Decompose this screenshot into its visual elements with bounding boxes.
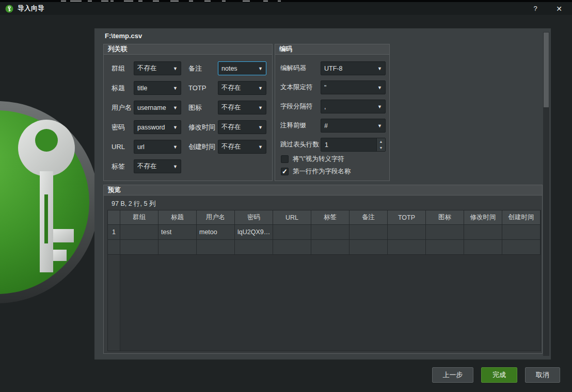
row-number-cell (108, 240, 120, 255)
column-header[interactable]: 创建时间 (502, 210, 541, 225)
checkbox-backslash-escape[interactable]: ✓ 将"\"视为转义字符 (281, 155, 344, 164)
preview-table-header-row: 群组标题用户名密码URL标签备注TOTP图标修改时间创建时间 (108, 210, 541, 225)
column-header[interactable]: 密码 (235, 210, 273, 225)
row-header-strip (108, 255, 120, 351)
combo-value: 不存在 (137, 162, 157, 171)
table-cell[interactable] (502, 240, 541, 255)
column-header[interactable]: 标题 (158, 210, 197, 225)
table-cell[interactable] (426, 225, 464, 240)
table-cell[interactable] (120, 240, 158, 255)
column-header[interactable]: 标签 (311, 210, 349, 225)
field-label: 编解码器 (280, 61, 306, 75)
table-cell[interactable] (273, 240, 311, 255)
checkbox-box[interactable]: ✓ (281, 168, 289, 175)
combo-modified-time[interactable]: 不存在 ▼ (218, 120, 266, 134)
scrollbar-thumb[interactable] (544, 32, 549, 107)
table-cell[interactable] (464, 225, 502, 240)
cancel-button[interactable]: 取消 (525, 367, 560, 383)
chevron-down-icon: ▼ (173, 105, 178, 110)
table-cell[interactable] (311, 240, 349, 255)
chevron-down-icon: ▼ (377, 104, 382, 109)
table-cell[interactable] (349, 240, 388, 255)
chevron-down-icon: ▼ (173, 144, 178, 150)
combo-field-separator[interactable]: , ▼ (321, 100, 386, 113)
chevron-down-icon: ▼ (173, 125, 178, 130)
table-cell[interactable] (197, 240, 235, 255)
combo-title[interactable]: title ▼ (134, 81, 181, 95)
checkbox-label: 将"\"视为转义字符 (293, 155, 344, 164)
table-cell[interactable] (388, 225, 426, 240)
chevron-down-icon: ▼ (173, 164, 178, 169)
spin-up-icon[interactable]: ▲ (377, 138, 385, 145)
finish-button[interactable]: 完成 (481, 367, 517, 383)
combo-comment-prefix[interactable]: # ▼ (321, 119, 386, 133)
column-header[interactable]: 备注 (349, 210, 388, 225)
row-number-cell: 1 (108, 225, 120, 240)
table-cell[interactable] (426, 240, 464, 255)
column-association-group: 列关联 群组 不存在 ▼ 标题 title ▼ 用户名 username ▼ (103, 44, 273, 181)
field-label: 字段分隔符 (280, 100, 313, 113)
combo-totp[interactable]: 不存在 ▼ (218, 81, 266, 95)
field-label: 用户名 (112, 101, 132, 115)
combo-notes[interactable]: notes ▼ (218, 61, 266, 75)
column-header[interactable]: URL (273, 210, 311, 225)
combo-value: title (137, 85, 147, 92)
combo-url[interactable]: url ▼ (134, 140, 181, 154)
combo-value: UTF-8 (324, 65, 342, 72)
combo-text-qualifier[interactable]: " ▼ (321, 80, 386, 94)
table-cell[interactable] (120, 225, 158, 240)
panel-scrollbar[interactable] (543, 32, 549, 356)
combo-username[interactable]: username ▼ (134, 101, 181, 115)
table-cell[interactable] (388, 240, 426, 255)
spin-down-icon[interactable]: ▼ (377, 145, 385, 152)
table-cell[interactable] (502, 225, 541, 240)
table-cell[interactable]: test (158, 225, 197, 240)
help-button[interactable]: ? (527, 2, 544, 15)
checkbox-box[interactable]: ✓ (281, 155, 289, 163)
table-cell[interactable] (311, 225, 349, 240)
table-row (108, 240, 541, 255)
field-label: 修改时间 (188, 120, 215, 134)
wizard-panel: F:\temp.csv 列关联 群组 不存在 ▼ 标题 title ▼ 用户名 … (94, 28, 551, 360)
combo-value: " (324, 84, 326, 91)
column-header[interactable]: 群组 (120, 210, 158, 225)
combo-value: 不存在 (221, 142, 241, 151)
combo-group[interactable]: 不存在 ▼ (134, 61, 181, 75)
preview-group: 预览 97 B, 2 行, 5 列 群组标题用户名密码URL标签备注TOTP图标… (103, 185, 543, 354)
table-cell[interactable] (464, 240, 502, 255)
column-header[interactable]: 图标 (426, 210, 464, 225)
column-header[interactable]: 修改时间 (464, 210, 502, 225)
column-header[interactable]: TOTP (388, 210, 426, 225)
table-cell[interactable] (158, 240, 197, 255)
preview-info: 97 B, 2 行, 5 列 (112, 200, 155, 208)
spinbox-skip-header-lines[interactable]: 1 ▲ ▼ (321, 138, 386, 152)
field-label: 标签 (112, 159, 125, 173)
combo-password[interactable]: password ▼ (134, 120, 181, 134)
file-path: F:\temp.csv (105, 32, 142, 40)
table-cell[interactable] (273, 225, 311, 240)
spinbox-buttons[interactable]: ▲ ▼ (376, 138, 385, 151)
checkbox-first-line-field-names[interactable]: ✓ 第一行作为字段名称 (281, 167, 351, 176)
field-label: 标题 (112, 81, 125, 95)
close-icon[interactable]: ✕ (550, 2, 568, 15)
field-label: 群组 (112, 61, 125, 75)
group-title: 编码 (275, 44, 389, 55)
table-cell[interactable]: lqU2QX9… (235, 225, 273, 240)
field-label: 文本限定符 (280, 80, 313, 94)
table-cell[interactable]: metoo (197, 225, 235, 240)
chevron-down-icon: ▼ (258, 125, 263, 130)
combo-created-time[interactable]: 不存在 ▼ (218, 140, 266, 154)
combo-codec[interactable]: UTF-8 ▼ (321, 61, 386, 75)
back-button[interactable]: 上一步 (432, 367, 473, 383)
table-cell[interactable] (349, 225, 388, 240)
chevron-down-icon: ▼ (173, 66, 178, 71)
column-header[interactable]: 用户名 (197, 210, 235, 225)
spinbox-value: 1 (321, 138, 376, 151)
table-cell[interactable] (235, 240, 273, 255)
combo-value: username (137, 104, 166, 111)
combo-icon[interactable]: 不存在 ▼ (218, 101, 266, 115)
combo-value: 不存在 (221, 84, 241, 92)
field-label: 跳过表头行数 (280, 138, 319, 152)
window-title: 导入向导 (18, 4, 44, 13)
combo-tags[interactable]: 不存在 ▼ (134, 159, 181, 173)
